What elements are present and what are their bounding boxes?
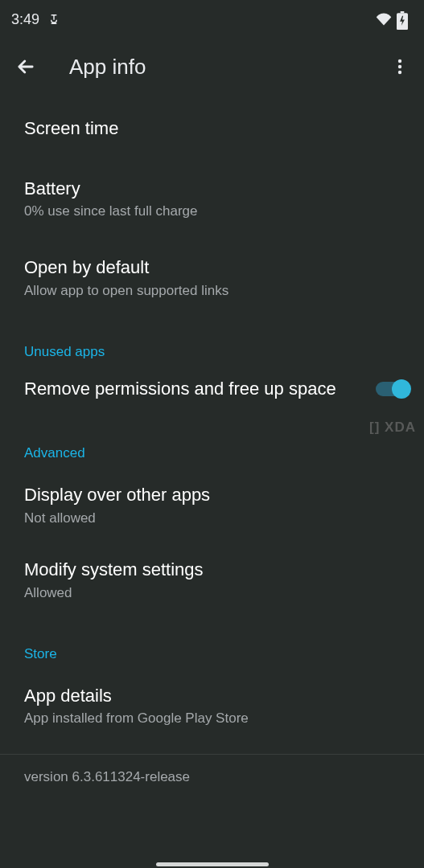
row-display-over-other-apps[interactable]: Display over other apps Not allowed [0,465,424,541]
row-subtitle: Allow app to open supported links [24,283,400,299]
row-title: App details [24,685,400,708]
row-subtitle: Not allowed [24,510,400,526]
row-app-details[interactable]: App details App installed from Google Pl… [0,665,424,742]
app-bar: App info [0,39,424,95]
content: Screen time Battery 0% use since last fu… [0,95,424,800]
page-title: App info [69,55,146,80]
row-title: Screen time [24,117,400,141]
status-time: 3:49 [11,11,39,28]
svg-point-2 [398,59,401,63]
row-open-by-default[interactable]: Open by default Allow app to open suppor… [0,234,424,313]
row-title: Remove permissions and free up space [24,378,368,401]
row-subtitle: Allowed [24,585,400,601]
row-title: Open by default [24,256,400,280]
toggle-thumb [392,379,411,399]
nav-bar-handle[interactable] [156,862,269,866]
svg-rect-0 [401,11,405,13]
row-subtitle: App installed from Google Play Store [24,710,400,727]
row-text: Remove permissions and free up space [24,378,376,401]
row-screen-time[interactable]: Screen time [0,95,424,155]
sync-icon [47,13,60,26]
row-title: Display over other apps [24,484,400,507]
toggle-remove-permissions[interactable] [376,379,411,399]
row-modify-system-settings[interactable]: Modify system settings Allowed [0,541,424,616]
row-remove-permissions[interactable]: Remove permissions and free up space [0,363,424,416]
section-advanced: Advanced [0,415,424,465]
wifi-icon [376,11,392,27]
svg-point-3 [398,65,401,68]
version-text: version 6.3.611324-release [24,769,400,785]
row-battery[interactable]: Battery 0% use since last full charge [0,155,424,235]
row-version: version 6.3.611324-release [0,755,424,800]
watermark: [] XDA [369,420,416,436]
status-right [376,11,408,27]
row-subtitle: 0% use since last full charge [24,203,400,219]
row-title: Battery [24,178,400,201]
more-button[interactable] [390,57,410,76]
svg-point-4 [398,71,401,74]
back-button[interactable] [14,55,37,78]
row-title: Modify system settings [24,559,400,582]
section-store: Store [0,616,424,665]
status-bar: 3:49 [0,0,424,39]
status-left: 3:49 [11,11,60,28]
battery-icon [397,11,408,27]
section-unused-apps: Unused apps [0,313,424,363]
